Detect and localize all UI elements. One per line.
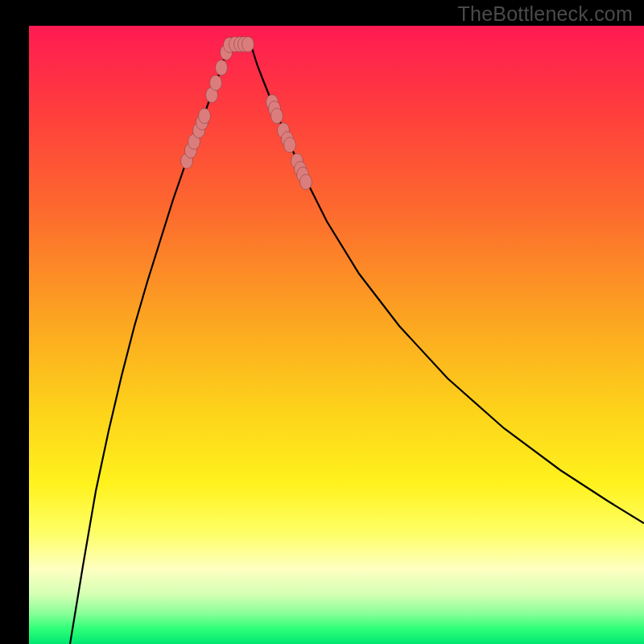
data-marker [210,76,222,91]
data-marker [271,109,283,124]
watermark-text: TheBottleneck.com [458,2,633,26]
chart-frame: TheBottleneck.com [0,0,644,644]
plot-area [29,26,644,644]
gradient-background [29,26,644,644]
data-marker [284,138,296,153]
bottleneck-chart [29,26,644,644]
data-marker [300,175,312,190]
data-marker [216,60,228,76]
data-marker [242,37,254,52]
data-marker [199,109,211,124]
